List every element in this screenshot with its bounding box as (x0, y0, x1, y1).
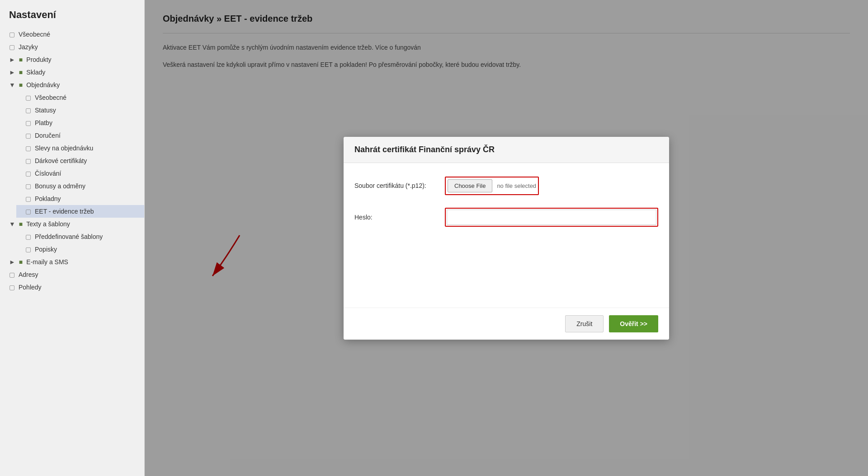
sidebar-item-label: Jazyky (19, 43, 38, 51)
sidebar-item-label: Popisky (35, 246, 57, 253)
sidebar: Nastavení ▢ Všeobecné ▢ Jazyky ► ■ Produ… (0, 0, 145, 476)
sidebar-item-popisky[interactable]: ▢ Popisky (16, 243, 144, 256)
sidebar-item-label: Pokladny (35, 195, 61, 202)
page-icon: ▢ (9, 271, 15, 278)
page-icon: ▢ (25, 119, 31, 126)
form-row-soubor: Soubor certifikátu (*.p12): Choose File … (354, 177, 658, 195)
sidebar-item-label: Produkty (26, 56, 51, 63)
page-icon: ▢ (25, 170, 31, 177)
sidebar-item-eet[interactable]: ▢ EET - evidence tržeb (16, 205, 144, 218)
page-icon: ▢ (9, 31, 15, 38)
sidebar-item-statusy[interactable]: ▢ Statusy (16, 104, 144, 117)
sidebar-item-label: EET - evidence tržeb (35, 208, 94, 215)
page-icon: ▢ (25, 233, 31, 240)
sidebar-item-label: Objednávky (26, 81, 60, 89)
file-no-selected-label: no file selected (497, 182, 536, 189)
page-icon: ▢ (25, 157, 31, 164)
sidebar-item-pokladny[interactable]: ▢ Pokladny (16, 192, 144, 205)
file-input-wrapper: Choose File no file selected (445, 177, 539, 195)
sidebar-item-vseobeone2[interactable]: ▢ Všeobecné (16, 91, 144, 104)
heslo-input[interactable] (447, 210, 656, 225)
page-icon: ▢ (9, 43, 15, 51)
sidebar-item-adresy[interactable]: ▢ Adresy (0, 268, 144, 281)
arrow-right-icon: ► (9, 69, 15, 76)
sidebar-item-label: Předdefinované šablony (35, 233, 103, 240)
sidebar-item-label: Slevy na objednávku (35, 145, 93, 152)
sidebar-item-emaily[interactable]: ► ■ E-maily a SMS (0, 256, 144, 268)
sidebar-title: Nastavení (0, 9, 144, 28)
sidebar-item-sklady[interactable]: ► ■ Sklady (0, 66, 144, 79)
sidebar-item-vseobeone[interactable]: ▢ Všeobecné (0, 28, 144, 41)
folder-icon: ■ (19, 56, 23, 63)
modal-title: Nahrát certifikát Finanční správy ČR (354, 145, 495, 154)
soubor-label: Soubor certifikátu (*.p12): (354, 182, 445, 189)
page-icon: ▢ (25, 208, 31, 215)
sidebar-item-label: Bonusy a odměny (35, 182, 85, 190)
sidebar-item-label: Adresy (19, 271, 38, 278)
file-input-area: Choose File no file selected (445, 177, 658, 195)
sidebar-item-jazyky[interactable]: ▢ Jazyky (0, 41, 144, 53)
arrow-right-icon: ► (9, 56, 15, 63)
sidebar-item-preddefinovane[interactable]: ▢ Předdefinované šablony (16, 230, 144, 243)
folder-icon: ■ (19, 220, 23, 228)
sidebar-item-slevy[interactable]: ▢ Slevy na objednávku (16, 142, 144, 154)
sidebar-item-label: Pohledy (19, 284, 42, 291)
sidebar-item-doruceni[interactable]: ▢ Doručení (16, 129, 144, 142)
folder-icon: ■ (19, 69, 23, 76)
page-icon: ▢ (25, 107, 31, 114)
sidebar-item-label: Všeobecné (19, 31, 50, 38)
sidebar-item-texty[interactable]: ▼ ■ Texty a šablony (0, 218, 144, 230)
sidebar-item-label: Texty a šablony (26, 220, 70, 228)
sidebar-item-darkove[interactable]: ▢ Dárkové certifikáty (16, 154, 144, 167)
sidebar-item-label: E-maily a SMS (26, 258, 68, 266)
sidebar-item-label: Sklady (26, 69, 45, 76)
folder-icon: ■ (19, 81, 23, 89)
sidebar-item-label: Statusy (35, 107, 56, 114)
password-input-wrapper (445, 208, 658, 227)
heslo-input-area (445, 208, 658, 227)
modal-footer: Zrušit Ověřit >> (344, 308, 669, 340)
heslo-label: Heslo: (354, 214, 445, 221)
sidebar-item-label: Číslování (35, 170, 61, 177)
choose-file-button[interactable]: Choose File (448, 179, 492, 192)
sidebar-item-label: Doručení (35, 132, 61, 139)
sidebar-item-pohledy[interactable]: ▢ Pohledy (0, 281, 144, 294)
cancel-button[interactable]: Zrušit (565, 315, 604, 332)
page-icon: ▢ (25, 246, 31, 253)
arrow-down-icon: ▼ (9, 220, 15, 228)
arrow-down-icon: ▼ (9, 81, 15, 89)
sidebar-item-bonusy[interactable]: ▢ Bonusy a odměny (16, 180, 144, 192)
modal-header: Nahrát certifikát Finanční správy ČR (344, 137, 669, 163)
page-icon: ▢ (25, 94, 31, 101)
sidebar-item-label: Platby (35, 119, 52, 126)
page-icon: ▢ (25, 195, 31, 202)
page-icon: ▢ (9, 284, 15, 291)
folder-icon: ■ (19, 258, 23, 266)
sidebar-item-produkty[interactable]: ► ■ Produkty (0, 53, 144, 66)
form-row-heslo: Heslo: (354, 208, 658, 227)
page-icon: ▢ (25, 145, 31, 152)
sidebar-item-objednavky[interactable]: ▼ ■ Objednávky (0, 79, 144, 91)
sidebar-item-label: Všeobecné (35, 94, 66, 101)
modal-body: Soubor certifikátu (*.p12): Choose File … (344, 163, 669, 308)
modal-overlay: Nahrát certifikát Finanční správy ČR Sou… (145, 0, 868, 476)
modal-dialog: Nahrát certifikát Finanční správy ČR Sou… (344, 137, 669, 340)
arrow-right-icon: ► (9, 258, 15, 266)
page-icon: ▢ (25, 182, 31, 190)
main-content: Objednávky » EET - evidence tržeb Aktiva… (145, 0, 868, 476)
sidebar-item-cislovani[interactable]: ▢ Číslování (16, 167, 144, 180)
sidebar-item-platby[interactable]: ▢ Platby (16, 117, 144, 129)
verify-button[interactable]: Ověřit >> (609, 315, 658, 332)
page-icon: ▢ (25, 132, 31, 139)
sidebar-item-label: Dárkové certifikáty (35, 157, 87, 164)
